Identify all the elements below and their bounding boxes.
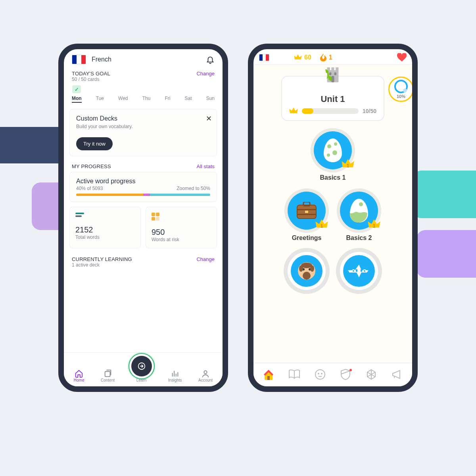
suitcase-icon <box>296 202 318 219</box>
svg-rect-0 <box>105 372 110 377</box>
home-icon <box>262 368 275 381</box>
unit-card[interactable]: Unit 1 10/50 <box>281 76 384 121</box>
unit-title: Unit 1 <box>289 94 376 104</box>
svg-point-37 <box>321 373 322 374</box>
day-mon[interactable]: ✓ Mon <box>72 85 82 103</box>
nav-account[interactable]: Account <box>198 369 213 382</box>
total-words-card[interactable]: 2152 Total words <box>69 207 141 248</box>
nav-learn[interactable]: Learn <box>131 356 152 382</box>
flame-icon <box>320 54 326 61</box>
svg-point-13 <box>334 142 337 146</box>
tab-news[interactable] <box>389 367 405 382</box>
bg-shape-navy <box>0 127 60 163</box>
active-word-zoom: Zoomed to 50% <box>177 186 210 191</box>
svg-rect-9 <box>334 72 336 75</box>
french-flag-icon[interactable] <box>72 55 86 64</box>
header: French <box>64 49 223 68</box>
crown-icon <box>289 107 298 115</box>
tab-leaderboard[interactable] <box>338 367 353 382</box>
monthly-badge[interactable]: 10% <box>388 77 412 102</box>
svg-point-10 <box>326 70 328 73</box>
tab-profile[interactable] <box>312 367 328 382</box>
phone-left: French TODAY'S GOAL 50 / 50 cards Change… <box>58 44 228 392</box>
crown-icon <box>294 54 302 61</box>
skill-label: Basics 1 <box>320 174 346 181</box>
change-deck-link[interactable]: Change <box>196 256 215 262</box>
egg-icon <box>323 138 343 162</box>
crowns-metric[interactable]: 60 <box>294 54 311 61</box>
bell-icon[interactable] <box>206 55 215 64</box>
stacked-bars-icon <box>75 213 84 218</box>
heart-icon[interactable] <box>397 53 407 62</box>
bottom-nav <box>253 363 412 386</box>
svg-point-22 <box>359 202 363 206</box>
day-tue[interactable]: Tue <box>96 85 104 103</box>
svg-point-12 <box>327 144 331 148</box>
svg-point-35 <box>315 370 325 379</box>
svg-rect-6 <box>336 67 338 71</box>
streak-metric[interactable]: 1 <box>320 54 332 61</box>
skill-greetings[interactable]: 1 Greetings <box>288 192 326 242</box>
face-outline-icon <box>314 369 326 380</box>
try-it-now-button[interactable]: Try it now <box>76 137 113 150</box>
weekdays-row: ✓ Mon Tue Wed Thu Fri Sat Sun <box>64 82 223 107</box>
skill-people[interactable] <box>288 252 326 290</box>
close-icon[interactable]: ✕ <box>206 114 212 123</box>
skill-travel[interactable] <box>340 252 378 290</box>
custom-decks-title: Custom Decks <box>76 115 210 122</box>
nav-home[interactable]: Home <box>74 369 84 382</box>
day-sun[interactable]: Sun <box>206 85 215 103</box>
svg-rect-5 <box>331 67 334 71</box>
change-goal-link[interactable]: Change <box>196 71 215 77</box>
skill-label: Greetings <box>292 234 322 242</box>
unit-progress-count: 10/50 <box>363 108 376 114</box>
svg-point-28 <box>310 265 314 272</box>
all-stats-link[interactable]: All stats <box>196 163 215 169</box>
svg-point-14 <box>332 150 337 155</box>
tab-learn[interactable] <box>261 367 276 382</box>
svg-rect-8 <box>329 72 331 75</box>
bg-shape-lilac <box>416 230 476 278</box>
learn-fab-icon[interactable] <box>131 356 152 376</box>
currently-learning-title: CURRENTLY LEARNING <box>72 256 132 262</box>
crown-badge: 1 <box>342 159 354 171</box>
svg-rect-34 <box>267 376 270 380</box>
svg-rect-33 <box>361 269 362 272</box>
book-icon <box>288 369 300 380</box>
grid-icon <box>152 213 159 221</box>
custom-decks-subtitle: Build your own vocabulary. <box>76 124 210 129</box>
tab-shop[interactable] <box>363 367 379 382</box>
svg-point-15 <box>327 154 330 157</box>
nav-insights[interactable]: Insights <box>168 369 182 382</box>
words-at-risk-card[interactable]: 950 Words at risk <box>146 207 217 248</box>
skill-label: Basics 2 <box>346 234 372 242</box>
language-name[interactable]: French <box>92 56 200 63</box>
todays-goal-title: TODAY'S GOAL <box>72 71 110 77</box>
phone-right: 60 1 10% Unit 1 <box>248 44 418 392</box>
nav-content[interactable]: Content <box>101 369 115 382</box>
day-thu[interactable]: Thu <box>142 85 151 103</box>
crown-badge: 1 <box>315 219 328 231</box>
day-fri[interactable]: Fri <box>165 85 170 103</box>
currently-learning-subtitle: 1 active deck <box>72 262 132 268</box>
face-icon <box>296 261 317 281</box>
total-words-value: 2152 <box>75 225 135 234</box>
svg-point-2 <box>204 371 207 374</box>
total-words-label: Total words <box>75 234 135 240</box>
svg-rect-19 <box>297 214 316 215</box>
tab-stories[interactable] <box>286 367 302 382</box>
svg-rect-32 <box>356 269 357 272</box>
skill-basics-1[interactable]: 1 Basics 1 <box>314 131 352 181</box>
french-flag-icon[interactable] <box>259 54 269 61</box>
words-at-risk-value: 950 <box>152 228 211 237</box>
megaphone-icon <box>392 370 403 379</box>
day-wed[interactable]: Wed <box>118 85 128 103</box>
skill-basics-2[interactable]: 1 Basics 2 <box>340 192 378 242</box>
top-bar: 60 1 <box>253 49 412 65</box>
svg-point-31 <box>363 270 366 272</box>
active-word-title: Active word progress <box>76 178 210 185</box>
day-sat[interactable]: Sat <box>185 85 192 103</box>
active-word-progress-card[interactable]: Active word progress 40% of 5093 Zoomed … <box>69 172 217 202</box>
svg-rect-7 <box>331 76 334 82</box>
skill-tree[interactable]: 10% Unit 1 10/50 <box>253 65 412 363</box>
